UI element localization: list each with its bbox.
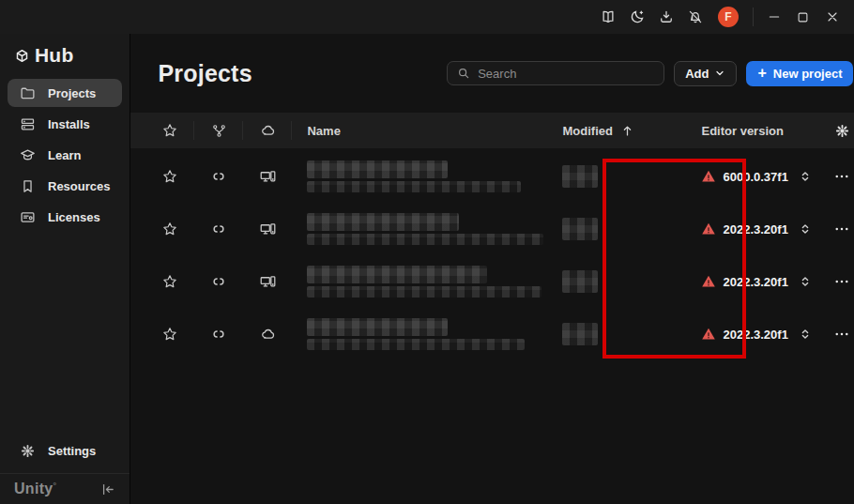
folder-icon: [20, 85, 36, 101]
editor-version-cell[interactable]: 2022.3.20f1: [682, 221, 821, 237]
row-menu-button[interactable]: [833, 273, 850, 290]
dark-mode-moon-icon[interactable]: [622, 3, 651, 31]
table-settings-gear-icon[interactable]: [834, 123, 850, 139]
sidebar-item-label: Projects: [48, 86, 96, 100]
new-project-label: New project: [773, 67, 843, 81]
modified-date-redacted: [562, 218, 598, 240]
row-menu-button[interactable]: [833, 168, 850, 185]
license-card-icon: [20, 209, 36, 225]
project-row[interactable]: 2022.3.20f1: [130, 308, 854, 360]
favorite-star-icon[interactable]: [161, 273, 178, 290]
version-select-chevrons-icon[interactable]: [799, 222, 812, 236]
unity-cube-icon: [15, 49, 29, 63]
editor-version-cell[interactable]: 6000.0.37f1: [682, 169, 821, 184]
favorite-star-icon[interactable]: [161, 221, 178, 237]
search-icon: [457, 67, 470, 80]
add-button-label: Add: [685, 67, 709, 81]
plus-icon: +: [757, 66, 766, 81]
project-name-redacted: [292, 213, 543, 245]
window-titlebar: F: [0, 0, 854, 34]
editor-version-text: 6000.0.37f1: [723, 170, 787, 184]
add-button[interactable]: Add: [674, 61, 737, 86]
editor-version-cell[interactable]: 2022.3.20f1: [682, 274, 821, 289]
sort-ascending-arrow-icon: [620, 124, 634, 138]
sidebar-item-label: Resources: [48, 179, 110, 193]
cloud-column-icon[interactable]: [259, 122, 277, 140]
favorite-star-column-icon[interactable]: [161, 122, 178, 139]
unity-wordmark: Unity°: [14, 481, 56, 497]
project-row[interactable]: 6000.0.37f1: [130, 150, 854, 203]
editor-version-text: 2022.3.20f1: [723, 275, 787, 289]
row-menu-button[interactable]: [833, 326, 850, 343]
sidebar-item-licenses[interactable]: Licenses: [8, 203, 122, 231]
version-control-branch-column-icon[interactable]: [211, 123, 227, 139]
sidebar-item-label: Installs: [48, 117, 90, 131]
trademark-mark: °: [53, 481, 57, 490]
app-title: Hub: [35, 44, 73, 67]
sidebar-item-label: Licenses: [48, 210, 100, 224]
new-project-button[interactable]: + New project: [746, 61, 853, 86]
device-icon: [259, 168, 277, 186]
bookmark-icon: [20, 178, 36, 194]
device-icon: [259, 273, 277, 291]
favorite-star-icon[interactable]: [161, 326, 178, 343]
editor-version-cell[interactable]: 2022.3.20f1: [682, 327, 821, 342]
collapse-sidebar-icon[interactable]: [99, 481, 115, 497]
project-name-redacted: [292, 318, 543, 350]
sidebar-item-label: Settings: [48, 444, 96, 458]
favorite-star-icon[interactable]: [161, 168, 178, 185]
page-title: Projects: [158, 60, 252, 87]
sidebar-item-learn[interactable]: Learn: [8, 141, 122, 169]
editor-version-text: 2022.3.20f1: [723, 328, 787, 342]
device-icon: [259, 221, 277, 238]
modified-date-redacted: [562, 323, 598, 345]
main-panel: Projects Add + New project: [130, 34, 854, 504]
row-menu-button[interactable]: [833, 221, 850, 237]
modified-date-redacted: [562, 165, 598, 188]
downloads-icon[interactable]: [651, 3, 680, 31]
project-name-redacted: [292, 266, 543, 298]
notifications-muted-icon[interactable]: [680, 3, 709, 31]
version-select-chevrons-icon[interactable]: [799, 275, 812, 288]
sidebar-item-installs[interactable]: Installs: [8, 110, 122, 138]
unlink-icon: [210, 273, 227, 290]
search-box[interactable]: [447, 61, 664, 85]
version-warning-icon: [701, 274, 716, 289]
version-warning-icon: [701, 221, 716, 237]
version-select-chevrons-icon[interactable]: [799, 328, 812, 341]
search-input[interactable]: [478, 67, 654, 81]
project-list: 6000.0.37f12022.3.20f12022.3.20f12022.3.…: [130, 148, 854, 504]
close-button[interactable]: [817, 3, 846, 31]
sidebar-item-projects[interactable]: Projects: [8, 79, 122, 107]
column-header-editor-version[interactable]: Editor version: [682, 124, 821, 138]
minimize-button[interactable]: [759, 3, 788, 31]
installs-stack-icon: [20, 116, 36, 132]
maximize-button[interactable]: [788, 3, 817, 31]
sidebar-nav: Projects Installs Learn Resources: [0, 79, 130, 231]
unlink-icon: [210, 168, 227, 185]
modified-label: Modified: [562, 124, 612, 138]
project-row[interactable]: 2022.3.20f1: [130, 255, 854, 308]
version-warning-icon: [701, 169, 716, 184]
sidebar-spacer: [0, 231, 130, 436]
table-header: Name Modified Editor version: [130, 113, 854, 148]
project-row[interactable]: 2022.3.20f1: [130, 203, 854, 255]
version-select-chevrons-icon[interactable]: [799, 170, 812, 183]
sidebar-footer: Unity°: [0, 473, 130, 504]
modified-date-redacted: [562, 270, 598, 293]
cloud-icon: [259, 326, 277, 344]
unlink-icon: [210, 221, 227, 237]
column-header-modified[interactable]: Modified: [543, 124, 682, 138]
sidebar-item-label: Learn: [48, 148, 81, 162]
user-avatar[interactable]: F: [718, 7, 739, 27]
editor-version-text: 2022.3.20f1: [723, 222, 787, 237]
project-name-redacted: [292, 160, 543, 192]
sidebar-item-resources[interactable]: Resources: [8, 172, 122, 200]
column-header-name[interactable]: Name: [292, 124, 543, 138]
chevron-down-icon: [714, 68, 725, 79]
unlink-icon: [210, 326, 227, 343]
hub-logo: Hub: [0, 34, 130, 79]
sidebar-item-settings[interactable]: Settings: [8, 436, 122, 465]
sidebar: Hub Projects Installs Learn: [0, 34, 130, 504]
docs-book-icon[interactable]: [593, 3, 622, 31]
